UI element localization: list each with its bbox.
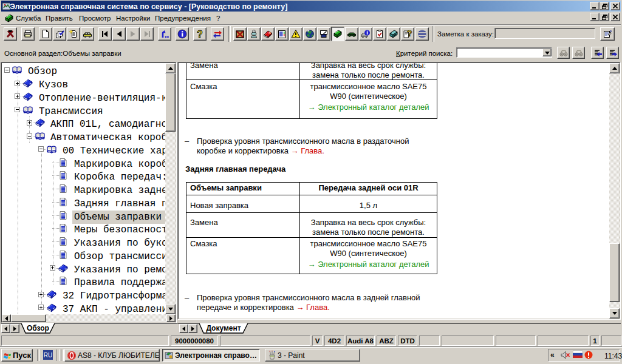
svg-text:?: ? — [197, 29, 203, 39]
svg-text:n: n — [268, 31, 271, 35]
svg-text:?: ? — [407, 29, 412, 38]
